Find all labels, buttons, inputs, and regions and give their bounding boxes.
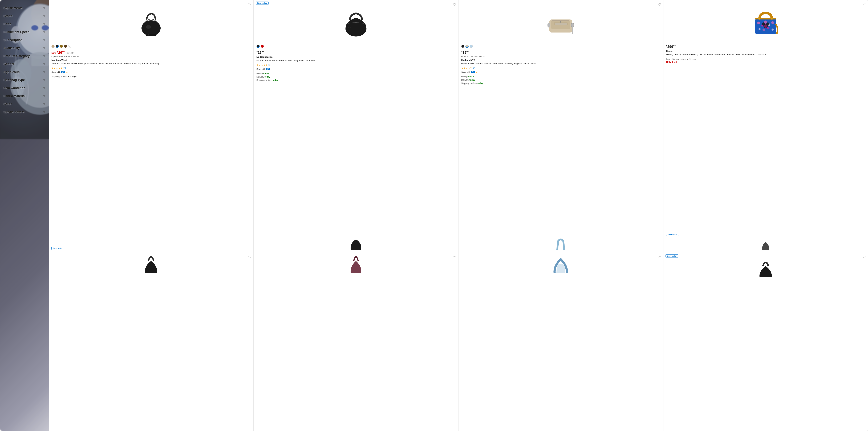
filter-label-color: Color [3,102,12,106]
wishlist-button-3[interactable]: ♡ [658,2,661,6]
price-was-1: $64.19 [67,52,73,54]
wishlist-button-1[interactable]: ♡ [248,2,251,6]
swatch-blue-3[interactable] [470,45,473,48]
title-4: Disney Dooney and Bourke Bag - Epcot Flo… [666,53,865,56]
swatch-black-2[interactable] [256,45,260,48]
shipping-label-1: Shipping, arrives in 2 days [52,75,76,78]
price-plain-4: $29995 [666,45,676,49]
wishlist-button-2[interactable]: ♡ [453,2,456,6]
svg-point-34 [763,29,765,31]
filter-label-gender: Gender [3,62,14,66]
chevron-icon-availability: ∨ [43,47,45,50]
swatch-brown-1[interactable] [60,45,63,48]
review-count-1: 20 [63,67,66,69]
filter-item-product-category[interactable]: Product Category ∨ [3,52,46,60]
partial-image-2: ♡ [256,236,456,250]
filter-item-departments[interactable]: Departments ∨ [3,4,46,12]
title-3: Madden NYC Women's Mini Convertible Cros… [461,62,660,65]
filter-item-age-group[interactable]: Age Group ∨ [3,68,46,76]
stars-row-2: ★★★★★ 6 [256,64,456,66]
filter-item-handbag-type[interactable]: Handbag Type ∨ [3,76,46,84]
swatch-red-2[interactable] [261,45,264,48]
partial-bag-2: ♡ [349,236,363,250]
filter-item-fulfillment-speed[interactable]: Fulfillment Speed ∨ [3,28,46,36]
filter-label-special-offers: Special Offers [3,110,25,114]
filter-label-handbag-type: Handbag Type [3,78,25,82]
product-card-8: ♡ Best seller [663,253,868,431]
brand-1: Montana West [52,59,251,61]
svg-rect-24 [548,23,550,27]
chevron-icon-subscription: ∨ [43,38,45,42]
filter-item-availability[interactable]: Availability ∨ [3,44,46,52]
filter-label-price: Price [3,22,11,26]
filter-item-special-offers[interactable]: Special Offers ∨ [3,108,46,116]
title-2: No Boundaries Hands Free XL Hobo Bag, Bl… [256,59,456,62]
delivery-info-1: Shipping, arrives in 2 days [52,75,251,79]
sidebar: Departments ∨ Brand ∨ Price ∨ Fulfillmen… [0,0,49,431]
swatch-more-1[interactable]: + [68,45,71,48]
swatch-tan-1[interactable] [52,45,55,48]
swatch-black-3[interactable] [461,45,464,48]
free-shipping-4: Free shipping, arrives in 3+ days [666,58,865,60]
filter-label-fulfillment-speed: Fulfillment Speed [3,30,30,34]
chevron-icon-item-condition: ∨ [43,86,45,90]
filter-item-color[interactable]: Color ∨ [3,100,46,108]
best-seller-badge-8: Best seller [665,254,678,257]
product-card-1: ♡ [49,0,254,253]
price-options-1: Options from $26.99 – $29.99 [52,55,251,58]
color-swatches-1: + [52,45,251,48]
wishlist-button-7[interactable]: ♡ [658,255,661,259]
swatch-darkbrown-1[interactable] [64,45,67,48]
product-image-3 [461,6,660,41]
stars-2: ★★★★★ [256,64,268,66]
brand-3: Madden NYC [461,59,660,61]
chevron-icon-fulfillment-speed: ∨ [43,30,45,34]
review-count-2: 6 [269,64,270,66]
price-row-3: $1600 [461,50,660,55]
svg-point-19 [355,22,356,23]
chevron-icon-age-group: ∨ [43,70,45,74]
page-wrapper: Departments ∨ Brand ∨ Price ∨ Fulfillmen… [0,0,868,431]
svg-point-14 [142,20,161,36]
filter-label-age-group: Age Group [3,70,20,74]
color-swatches-3 [461,45,660,48]
product-image-4 [666,6,865,41]
swatch-black-1[interactable] [56,45,59,48]
chevron-icon-fabric-material: ∨ [43,94,45,98]
price-row-1: Now $2699 $64.19 [52,50,251,55]
wishlist-button-8[interactable]: ♡ [863,255,866,259]
best-seller-badge-bottom-1: Best seller [52,247,64,250]
filter-item-fabric-material[interactable]: Fabric Material ∨ [3,92,46,100]
walmart-plus-3: Save with W+ ✦ [461,71,660,74]
bag-image-1 [140,12,162,36]
svg-rect-42 [758,18,760,20]
filter-item-gender[interactable]: Gender ∨ [3,60,46,68]
wishlist-button-6[interactable]: ♡ [453,255,456,259]
chevron-icon-brand: ∨ [43,14,45,18]
filter-item-item-condition[interactable]: Item Condition ∨ [3,84,46,92]
walmart-plus-badge-3: W+ [471,71,475,73]
wishlist-button-5[interactable]: ♡ [248,255,251,259]
chevron-icon-color: ∨ [43,102,45,106]
brand-4: Disney [666,50,865,52]
svg-rect-26 [555,23,567,25]
filter-item-brand[interactable]: Brand ∨ [3,12,46,20]
walmart-plus-badge-2: W+ [266,68,270,70]
price-current-1: $2699 [57,51,66,54]
filter-label-departments: Departments [3,6,23,10]
stars-row-3: ★★★★½ 71 [461,67,660,69]
walmart-plus-1: Save with W+ ✦ [52,71,251,74]
chevron-icon-handbag-type: ∨ [43,79,45,82]
swatch-khaki-3[interactable] [465,45,469,48]
filter-label-brand: Brand [3,14,12,18]
best-seller-badge-4: Best seller [666,233,679,236]
stars-3: ★★★★½ [461,67,472,69]
filter-item-price[interactable]: Price ∨ [3,20,46,28]
product-card-2: Best seller ♡ [254,0,459,253]
chevron-icon-price: ∨ [43,23,45,26]
wishlist-button-4[interactable]: ♡ [863,2,866,6]
filter-item-subscription[interactable]: Subscription ∨ [3,36,46,44]
best-seller-badge-2: Best seller [256,2,269,5]
filter-label-product-category: Product Category [3,54,30,58]
product-card-4: ♡ [663,0,868,253]
